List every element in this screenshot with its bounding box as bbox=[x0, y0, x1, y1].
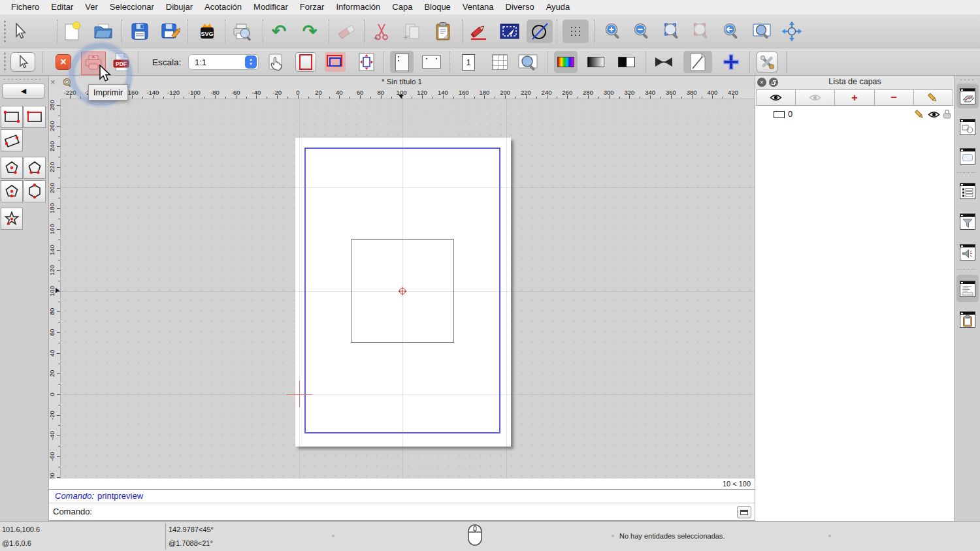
notification-dock-button[interactable] bbox=[956, 240, 979, 264]
toolbox-handle[interactable] bbox=[3, 78, 43, 80]
menu-acotacion[interactable]: Acotación bbox=[199, 0, 248, 14]
layer-list-dock-button[interactable] bbox=[956, 84, 979, 108]
tool-polygon-side-side[interactable] bbox=[24, 180, 46, 202]
single-page-button[interactable]: 1 bbox=[460, 51, 477, 73]
separator bbox=[547, 52, 548, 72]
zoom-pan-button[interactable] bbox=[780, 20, 804, 43]
tool-rectangle-corner-size[interactable] bbox=[24, 106, 46, 128]
pan-page-button[interactable] bbox=[265, 51, 287, 73]
command-line-dock-button[interactable] bbox=[956, 275, 979, 302]
library-browser-dock-button[interactable] bbox=[956, 144, 979, 168]
circle-line-snap-button[interactable] bbox=[527, 20, 553, 43]
layer-lock-icon[interactable] bbox=[943, 109, 951, 119]
menu-fichero[interactable]: Fichero bbox=[5, 0, 45, 14]
tool-star[interactable] bbox=[1, 208, 23, 230]
menu-informacion[interactable]: Información bbox=[330, 0, 386, 14]
menu-bloque[interactable]: Bloque bbox=[418, 0, 456, 14]
tool-polygon-2-vertices[interactable] bbox=[24, 157, 46, 179]
snap-grid-button[interactable] bbox=[563, 20, 589, 43]
pages-grid-icon bbox=[492, 54, 508, 70]
menu-ver[interactable]: Ver bbox=[79, 0, 104, 14]
line-properties-button[interactable] bbox=[683, 51, 712, 73]
remove-layer-button[interactable]: − bbox=[875, 89, 914, 106]
zoom-back-button[interactable] bbox=[719, 20, 743, 43]
fit-to-page-button[interactable] bbox=[357, 51, 376, 73]
layer-row[interactable]: 0 bbox=[755, 108, 955, 121]
open-file-button[interactable] bbox=[91, 20, 115, 43]
command-input[interactable]: Comando: bbox=[49, 503, 755, 521]
landscape-button[interactable] bbox=[420, 51, 442, 73]
zoom-auto-button[interactable] bbox=[660, 20, 683, 43]
paste-button[interactable] bbox=[431, 20, 455, 43]
zoom-out-button[interactable] bbox=[630, 20, 653, 43]
tool-polygon-center-corner[interactable] bbox=[1, 157, 23, 179]
toolbar-handle[interactable] bbox=[4, 52, 6, 72]
menu-diverso[interactable]: Diverso bbox=[500, 0, 540, 14]
save-button[interactable] bbox=[128, 20, 152, 43]
menu-forzar[interactable]: Forzar bbox=[294, 0, 331, 14]
tool-rectangle-2-corners[interactable] bbox=[1, 106, 23, 128]
pointer-mode-button[interactable] bbox=[10, 52, 35, 72]
menu-seleccionar[interactable]: Seleccionar bbox=[104, 0, 160, 14]
menu-editar[interactable]: Editar bbox=[45, 0, 79, 14]
undo-button[interactable]: ↶ bbox=[267, 20, 291, 43]
cut-button[interactable]: + bbox=[370, 20, 393, 43]
page-border-button[interactable] bbox=[295, 52, 316, 72]
tool-rectangle-3-points[interactable] bbox=[1, 129, 23, 151]
layer-edit-pencil-icon[interactable] bbox=[914, 109, 925, 120]
command-history-value: printpreview bbox=[97, 491, 143, 501]
menu-capa[interactable]: Capa bbox=[386, 0, 418, 14]
layer-list-panel: × Lista de capas + − bbox=[755, 76, 954, 521]
select-window-button[interactable] bbox=[498, 20, 521, 43]
blackwhite-mode-button[interactable] bbox=[616, 51, 637, 73]
toolbar-handle[interactable] bbox=[4, 20, 6, 43]
crosshair-button[interactable] bbox=[721, 51, 741, 73]
menu-modificar[interactable]: Modificar bbox=[248, 0, 294, 14]
hexagon-icon bbox=[26, 183, 43, 200]
pointer-icon bbox=[12, 23, 27, 40]
clipboard-dock-button[interactable] bbox=[956, 307, 979, 332]
menu-ventana[interactable]: Ventana bbox=[457, 0, 500, 14]
hide-all-layers-button[interactable] bbox=[796, 89, 835, 106]
selection-filter-dock-button[interactable] bbox=[956, 209, 979, 234]
zoom-window-button[interactable] bbox=[750, 20, 774, 43]
scale-combo[interactable]: 1:1 ▲ ▼ bbox=[188, 54, 259, 70]
new-document-button[interactable] bbox=[60, 20, 84, 43]
grayscale-mode-button[interactable] bbox=[585, 51, 606, 73]
circle-center-mark[interactable] bbox=[398, 287, 407, 296]
menu-dibujar[interactable]: Dibujar bbox=[160, 0, 199, 14]
entity-filter-dock-button[interactable] bbox=[956, 178, 979, 203]
multi-page-grid-button[interactable] bbox=[491, 51, 509, 73]
layer-visibility-eye-icon[interactable] bbox=[928, 110, 940, 119]
add-layer-button[interactable]: + bbox=[835, 89, 874, 106]
copy-button[interactable]: + bbox=[400, 20, 424, 43]
show-all-layers-button[interactable] bbox=[756, 89, 796, 106]
zoom-in-button[interactable] bbox=[601, 20, 625, 43]
zoom-previous-button[interactable] bbox=[689, 20, 713, 43]
zoom-page-button[interactable] bbox=[516, 51, 540, 73]
menu-ayuda[interactable]: Ayuda bbox=[540, 0, 576, 14]
edit-layer-button[interactable] bbox=[914, 89, 953, 106]
command-dock-button[interactable] bbox=[737, 506, 751, 518]
portrait-button[interactable] bbox=[390, 51, 414, 73]
delete-button[interactable] bbox=[335, 20, 359, 43]
selection-pointer-button[interactable] bbox=[8, 20, 31, 43]
vertical-ruler: 280260240220200180160140120100806040200-… bbox=[49, 99, 61, 479]
layer-color-swatch[interactable] bbox=[774, 111, 785, 118]
settings-button[interactable] bbox=[757, 52, 777, 72]
toolbox-back-button[interactable]: ◀ bbox=[2, 84, 45, 99]
print-preview-button[interactable] bbox=[230, 20, 253, 43]
draw-freehand-button[interactable] bbox=[467, 20, 491, 43]
color-mode-button[interactable] bbox=[554, 51, 578, 73]
page-overlay-button[interactable] bbox=[325, 52, 346, 72]
block-list-dock-button[interactable] bbox=[956, 114, 979, 139]
line-width-button[interactable] bbox=[654, 51, 674, 73]
stepper-icon[interactable]: ▲ ▼ bbox=[245, 55, 257, 69]
dock-handle[interactable] bbox=[959, 79, 976, 81]
save-as-button[interactable] bbox=[159, 20, 183, 43]
redo-button[interactable]: ↷ bbox=[298, 20, 321, 43]
tool-polygon-center-side[interactable] bbox=[1, 180, 23, 202]
export-svg-button[interactable]: SVG bbox=[195, 20, 219, 43]
selection-status: No hay entidades seleccionadas. bbox=[619, 532, 725, 540]
drawing-canvas[interactable] bbox=[61, 99, 755, 479]
